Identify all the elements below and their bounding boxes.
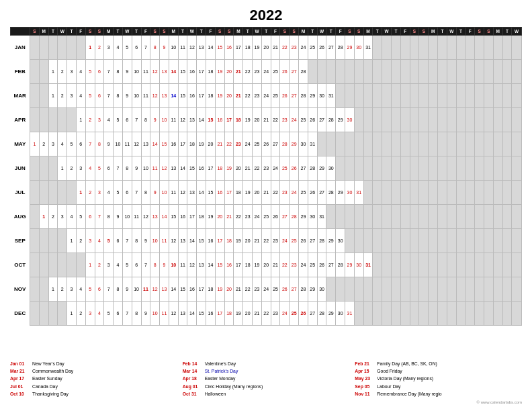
day-cell: 19 bbox=[206, 205, 216, 229]
day-cell bbox=[382, 277, 392, 302]
day-cell: 26 bbox=[317, 253, 326, 277]
day-cell: 25 bbox=[308, 36, 317, 60]
day-cell: 13 bbox=[150, 205, 160, 229]
day-cell: 3 bbox=[95, 181, 104, 205]
day-cell bbox=[363, 302, 373, 326]
day-cell bbox=[410, 205, 419, 229]
month-label: FEB bbox=[11, 60, 30, 84]
month-label: JAN bbox=[11, 36, 30, 60]
day-cell: 13 bbox=[197, 36, 206, 60]
day-cell: 25 bbox=[253, 132, 262, 156]
day-cell: 14 bbox=[178, 156, 187, 181]
day-cell: 16 bbox=[178, 205, 187, 229]
day-cell: 17 bbox=[224, 108, 234, 132]
day-cell bbox=[419, 36, 429, 60]
day-cell: 11 bbox=[160, 229, 169, 253]
day-cell bbox=[67, 253, 77, 277]
holiday-name: Easter Monday bbox=[205, 375, 236, 382]
day-cell bbox=[410, 229, 419, 253]
day-cell: 12 bbox=[160, 156, 169, 181]
day-cell bbox=[419, 156, 429, 181]
day-cell: 23 bbox=[271, 229, 280, 253]
day-cell bbox=[466, 302, 475, 326]
holiday-name: Halloween bbox=[205, 391, 226, 398]
day-cell: 27 bbox=[299, 156, 308, 181]
day-cell bbox=[308, 60, 317, 84]
day-cell: 14 bbox=[197, 181, 206, 205]
day-cell: 17 bbox=[215, 302, 224, 326]
day-cell bbox=[429, 277, 438, 302]
day-cell: 30 bbox=[308, 205, 317, 229]
day-cell bbox=[475, 302, 484, 326]
day-cell: 5 bbox=[122, 36, 132, 60]
day-cell: 20 bbox=[261, 36, 271, 60]
day-cell bbox=[466, 132, 475, 156]
day-cell: 18 bbox=[234, 108, 243, 132]
day-cell: 24 bbox=[280, 302, 290, 326]
day-cell bbox=[392, 132, 401, 156]
holiday-name: New Year's Day bbox=[32, 361, 64, 367]
day-cell: 1 bbox=[67, 229, 77, 253]
day-cell: 28 bbox=[326, 108, 336, 132]
day-cell bbox=[512, 277, 522, 302]
day-cell bbox=[30, 302, 39, 326]
day-cell bbox=[392, 36, 401, 60]
day-cell: 5 bbox=[104, 302, 114, 326]
day-cell bbox=[447, 84, 456, 108]
day-cell bbox=[363, 181, 373, 205]
day-cell bbox=[382, 302, 392, 326]
day-cell: 5 bbox=[114, 108, 123, 132]
day-cell bbox=[373, 229, 382, 253]
day-cell: 17 bbox=[178, 132, 187, 156]
holiday-name: Labour Day bbox=[377, 383, 400, 390]
month-label: JUL bbox=[11, 181, 30, 205]
day-cell: 4 bbox=[104, 108, 114, 132]
day-cell bbox=[373, 132, 382, 156]
day-cell: 14 bbox=[206, 36, 216, 60]
day-cell bbox=[429, 84, 438, 108]
day-cell bbox=[354, 84, 363, 108]
day-cell: 25 bbox=[290, 302, 299, 326]
day-cell: 7 bbox=[122, 302, 132, 326]
day-cell: 24 bbox=[290, 181, 299, 205]
day-cell bbox=[419, 108, 429, 132]
calendar-wrapper: SMTWTFSSMTWTFSSMTWTFSSMTWTFSSMTWTFSSMTWT… bbox=[10, 27, 522, 358]
day-cell: 18 bbox=[243, 36, 253, 60]
day-cell bbox=[400, 108, 410, 132]
day-cell: 24 bbox=[299, 36, 308, 60]
day-cell: 29 bbox=[317, 156, 326, 181]
day-cell: 25 bbox=[271, 60, 280, 84]
day-cell bbox=[392, 84, 401, 108]
day-cell bbox=[363, 60, 373, 84]
day-cell: 10 bbox=[141, 156, 150, 181]
day-cell: 9 bbox=[122, 84, 132, 108]
day-cell bbox=[392, 156, 401, 181]
day-cell: 21 bbox=[224, 205, 234, 229]
day-cell bbox=[382, 253, 392, 277]
day-cell: 4 bbox=[104, 181, 114, 205]
day-cell: 30 bbox=[336, 229, 345, 253]
day-cell: 4 bbox=[114, 253, 123, 277]
day-cell bbox=[30, 84, 39, 108]
day-cell: 28 bbox=[290, 205, 299, 229]
holiday-date: Apr 15 bbox=[355, 368, 375, 375]
day-cell: 4 bbox=[95, 229, 104, 253]
day-cell bbox=[354, 60, 363, 84]
day-cell: 19 bbox=[215, 84, 224, 108]
day-cell: 15 bbox=[178, 277, 187, 302]
day-cell: 17 bbox=[215, 229, 224, 253]
day-cell bbox=[354, 108, 363, 132]
day-cell: 12 bbox=[150, 60, 160, 84]
day-cell bbox=[484, 84, 493, 108]
day-cell bbox=[48, 181, 58, 205]
day-cell bbox=[429, 156, 438, 181]
day-cell bbox=[475, 205, 484, 229]
holiday-date: Mar 14 bbox=[183, 368, 203, 375]
holiday-date: Oct 31 bbox=[183, 391, 203, 398]
day-cell bbox=[336, 277, 345, 302]
holiday-name: Valentine's Day bbox=[205, 361, 236, 367]
day-cell: 15 bbox=[215, 36, 224, 60]
day-cell bbox=[48, 253, 58, 277]
day-cell: 19 bbox=[243, 181, 253, 205]
day-cell: 27 bbox=[290, 84, 299, 108]
